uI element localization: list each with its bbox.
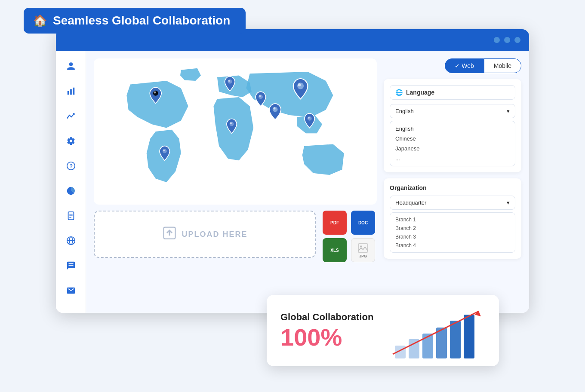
org-branch-2[interactable]: Branch 2 [395,224,510,233]
lang-item-english[interactable]: English [395,124,510,134]
svg-point-16 [228,80,232,84]
chevron-down-icon: ▾ [507,108,510,114]
pin-india [269,104,281,119]
org-chevron-icon: ▾ [507,199,510,206]
org-selected: Headquarter [395,199,426,206]
file-row-top: PDF DOC [323,211,375,235]
language-label: 🌐 Language [390,85,515,100]
browser-dot-3 [514,37,520,43]
lang-item-chinese[interactable]: Chinese [395,134,510,144]
sidebar-icon-report[interactable] [63,208,79,224]
sidebar-icon-mail[interactable] [63,283,79,298]
organization-dropdown[interactable]: Headquarter ▾ [390,196,515,210]
view-toggle: ✓ Web Mobile [384,58,521,73]
upload-icon [162,225,177,244]
sidebar-icon-help[interactable]: ? [63,158,79,174]
lang-item-more[interactable]: ... [395,153,510,163]
svg-rect-45 [464,315,474,358]
globe-icon: 🌐 [395,89,403,96]
browser-window: ? [56,29,529,313]
browser-dot-2 [504,37,510,43]
mobile-toggle-button[interactable]: Mobile [484,58,521,73]
svg-point-35 [230,122,232,124]
file-row-bottom: XLS JPG [323,238,375,262]
svg-rect-1 [70,89,72,95]
sidebar-icon-barchart[interactable] [63,83,79,99]
language-section: 🌐 Language English ▾ English Chinese Jap… [384,79,521,172]
lang-item-japanese[interactable]: Japanese [395,144,510,153]
svg-point-29 [163,150,165,151]
language-dropdown[interactable]: English ▾ [390,104,515,118]
right-panel: ✓ Web Mobile 🌐 Language English ▾ Englis… [384,58,521,305]
svg-point-39 [360,245,362,248]
upload-text: UPLOAD HERE [182,230,247,239]
upload-row: UPLOAD HERE PDF DOC XLS [94,211,377,262]
file-pdf-icon[interactable]: PDF [323,211,347,235]
sidebar: ? [56,51,86,313]
sidebar-icon-user[interactable] [63,58,79,74]
svg-point-25 [308,116,312,121]
sidebar-icon-trend[interactable] [63,108,79,124]
svg-point-14 [154,92,156,94]
stats-chart [391,307,485,354]
stats-title: Global Collaboration [280,312,378,323]
map-area: UPLOAD HERE PDF DOC XLS [94,58,377,305]
org-branch-4[interactable]: Branch 4 [395,241,510,250]
stats-percent: 100% [280,325,378,349]
org-branch-3[interactable]: Branch 3 [395,233,510,241]
house-icon: 🏠 [33,14,47,28]
world-map-container [94,58,377,205]
svg-point-28 [163,149,167,153]
svg-point-20 [259,95,261,97]
file-doc-icon[interactable]: DOC [351,211,375,235]
header-banner: 🏠 Seamless Global Collaboration [24,8,246,34]
world-map-svg [98,63,373,200]
stats-text: Global Collaboration 100% [280,312,378,349]
svg-text:?: ? [69,163,72,169]
web-toggle-button[interactable]: ✓ Web [445,58,483,73]
browser-dot-1 [494,37,500,43]
sidebar-icon-chat[interactable] [63,258,79,273]
page-title: Seamless Global Collaboration [53,14,230,28]
svg-point-17 [228,80,230,82]
file-xls-icon[interactable]: XLS [323,238,347,262]
language-selected: English [395,108,414,114]
upload-area[interactable]: UPLOAD HERE [94,211,316,258]
bar-chart-svg [391,307,485,358]
organization-label: Organization [390,184,515,191]
svg-point-22 [297,83,304,89]
file-jpg-icon[interactable]: JPG [351,238,375,262]
main-content: UPLOAD HERE PDF DOC XLS [86,51,529,313]
sidebar-icon-globe[interactable] [63,233,79,248]
svg-rect-2 [73,88,74,95]
svg-point-32 [273,107,275,110]
stats-card: Global Collaboration 100% [267,295,499,366]
sidebar-icon-piechart[interactable] [63,183,79,199]
organization-list: Branch 1 Branch 2 Branch 3 Branch 4 [390,212,515,253]
sidebar-icon-settings[interactable] [63,133,79,149]
language-list: English Chinese Japanese ... [390,121,515,166]
svg-rect-44 [450,321,461,358]
file-icons-area: PDF DOC XLS JPG [321,211,377,262]
svg-point-19 [259,95,263,99]
org-branch-1[interactable]: Branch 1 [395,215,510,224]
svg-rect-0 [67,91,69,95]
organization-section: Organization Headquarter ▾ Branch 1 Bran… [384,178,521,259]
svg-point-23 [298,83,301,86]
svg-point-34 [230,122,234,126]
svg-point-26 [308,117,310,119]
